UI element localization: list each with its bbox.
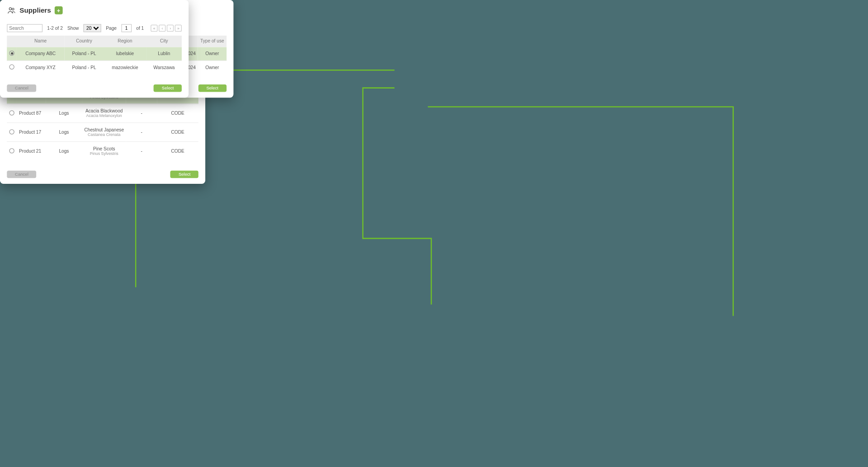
page-last[interactable]: » [175,25,182,32]
cancel-button[interactable]: Cancel [7,171,36,178]
select-button[interactable]: Select [154,84,182,92]
row-radio[interactable] [9,110,14,115]
suppliers-table: Name Country Region City Company ABCPola… [7,36,182,74]
row-radio[interactable] [9,129,14,134]
table-row[interactable]: Product 17LogsChestnut JapaneseCastanea … [7,123,198,142]
svg-point-20 [9,8,11,10]
page-input[interactable] [121,24,132,32]
page-first[interactable]: « [151,25,158,32]
row-radio[interactable] [9,64,14,69]
range-label: 1-2 of 2 [47,26,63,31]
svg-point-21 [12,8,14,10]
cancel-button[interactable]: Cancel [7,84,36,92]
add-supplier-button[interactable]: + [54,6,62,14]
table-row[interactable]: Product 21LogsPine ScotsPinus Sylvestris… [7,142,198,160]
row-radio[interactable] [9,148,14,153]
table-row[interactable]: Product 87LogsAcacia BlackwoodAcacia Mel… [7,104,198,123]
search-input[interactable] [7,24,42,32]
table-row[interactable]: Company ABCPoland - PLlubelskieLublin [7,47,182,61]
select-button[interactable]: Select [170,171,198,178]
page-prev[interactable]: ‹ [159,25,165,32]
page-next[interactable]: › [167,25,174,32]
row-radio[interactable] [9,51,14,56]
table-row[interactable]: Company XYZPoland - PLmazowieckieWarszaw… [7,61,182,74]
suppliers-modal-title: Suppliers + [0,0,189,21]
suppliers-icon [7,6,16,15]
select-button[interactable]: Select [198,84,226,92]
page-size-select[interactable]: 20 [84,24,101,32]
